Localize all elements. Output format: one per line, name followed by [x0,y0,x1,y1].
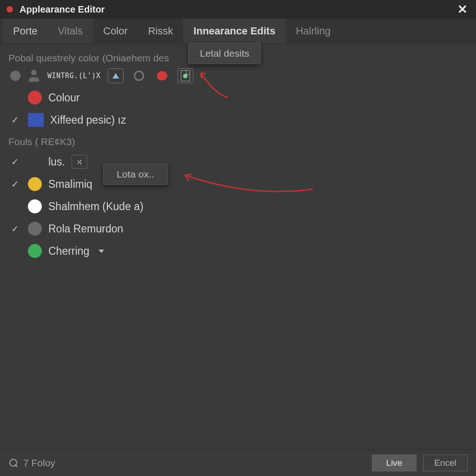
list-item-label: Xiffeed pesic) ız [50,114,126,126]
tab-color[interactable]: Color [93,19,138,44]
list-item-shalmhem[interactable]: Shalmhem (Kude a) [8,197,468,216]
list-item-label: Cherring [48,245,89,258]
toolbar-row: WINTRG.(L')X [10,68,468,83]
tab-halrling[interactable]: Halrling [285,19,341,44]
footer-status: 7 Foloy [8,457,55,469]
content-area: Pobal questrely color (Oniaehem des WINT… [0,44,476,261]
tab-bar: Porte Vitals Color Rissk Innearance Edit… [0,19,476,44]
tab-innearance-edits[interactable]: Innearance Edits [183,19,285,44]
list-item-colour[interactable]: Colour [8,88,468,107]
check-icon: ✓ [8,156,21,167]
check-icon: ✓ [8,178,21,190]
circle-outline-icon [134,71,144,81]
list-item-cherring[interactable]: Cherring [8,241,468,261]
list-item-label: Colour [48,92,80,104]
small-circle-icon[interactable] [10,71,20,81]
triangle-tool-button[interactable] [108,68,124,83]
circle-outline-tool-button[interactable] [131,68,147,83]
list-item-xiffeed[interactable]: ✓ Xiffeed pesic) ız [8,110,468,130]
swatch-yellow[interactable] [28,177,42,191]
list-item-smalimiq[interactable]: ✓ Smalimiq [8,174,468,194]
list-item-rola-remurdon[interactable]: ✓ Rola Remurdon [8,219,468,238]
list-item-lus[interactable]: ✓ lus. ⤭ [8,152,468,172]
file-green-tool-button[interactable] [178,68,193,83]
file-green-icon [181,70,190,81]
list-item-label: lus. [48,156,65,168]
section-heading-fouls: Fouls ( RE¢K3) [8,136,468,147]
check-icon: ✓ [8,114,21,126]
swatch-green[interactable] [28,244,42,258]
section-heading-top: Pobal questrely color (Oniaehem des [8,53,468,64]
swatch-grey[interactable] [28,222,42,236]
red-blob-icon [157,71,167,80]
person-icon[interactable] [28,70,40,82]
footer-status-text: 7 Foloy [23,457,55,469]
list-item-label: Smalimiq [48,178,93,191]
list-item-label: Rola Remurdon [48,223,123,235]
tab-porte[interactable]: Porte [3,19,48,44]
tab-rissk[interactable]: Rissk [138,19,184,44]
footer-bar: 7 Foloy Live Encel [0,449,476,476]
floating-tooltip[interactable]: Lota ox.. [103,164,168,185]
tab-vitals[interactable]: Vitals [48,19,93,44]
swatch-white[interactable] [28,199,42,213]
shuffle-mini-button[interactable]: ⤭ [72,155,87,169]
toolbar-label: WINTRG.(L')X [47,72,100,80]
cancel-button[interactable]: Encel [423,455,468,471]
close-icon[interactable]: ✕ [454,0,471,19]
live-button[interactable]: Live [372,455,416,471]
chevron-down-icon[interactable] [99,250,104,253]
search-icon[interactable] [8,458,19,468]
window-title: Applearance Editor [20,4,105,15]
swatch-red[interactable] [28,91,42,105]
list-item-label: Shalmhem (Kude a) [48,200,144,213]
window-indicator-dot [7,6,13,13]
swatch-blue-square[interactable] [28,113,44,127]
titlebar: Applearance Editor ✕ [0,0,476,19]
triangle-icon [112,73,119,79]
check-icon: ✓ [8,223,21,234]
red-blob-tool-button[interactable] [154,68,170,83]
